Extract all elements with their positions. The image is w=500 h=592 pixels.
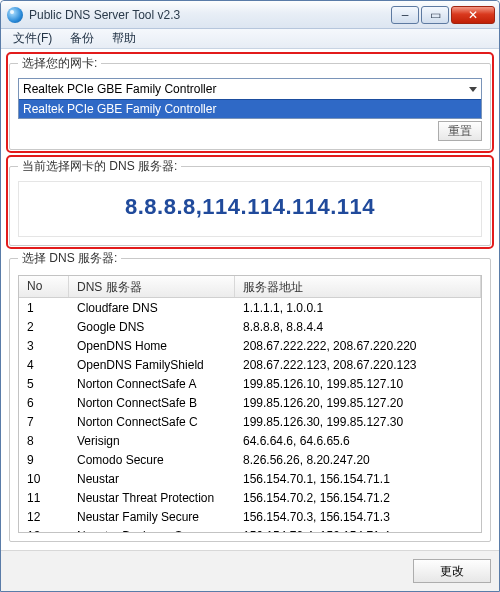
cell-no: 5 <box>19 377 69 391</box>
table-row[interactable]: 11Neustar Threat Protection156.154.70.2,… <box>19 488 481 507</box>
cell-addr: 156.154.70.3, 156.154.71.3 <box>235 510 481 524</box>
cell-name: Google DNS <box>69 320 235 334</box>
cell-addr: 199.85.126.10, 199.85.127.10 <box>235 377 481 391</box>
cell-no: 2 <box>19 320 69 334</box>
table-row[interactable]: 2Google DNS8.8.8.8, 8.8.4.4 <box>19 317 481 336</box>
table-row[interactable]: 5Norton ConnectSafe A199.85.126.10, 199.… <box>19 374 481 393</box>
table-row[interactable]: 10Neustar156.154.70.1, 156.154.71.1 <box>19 469 481 488</box>
window-buttons: – ▭ ✕ <box>391 6 495 24</box>
dns-listview: No DNS 服务器 服务器地址 1Cloudfare DNS1.1.1.1, … <box>18 275 482 533</box>
cell-addr: 8.8.8.8, 8.8.4.4 <box>235 320 481 334</box>
current-dns-group: 当前选择网卡的 DNS 服务器: 8.8.8.8,114.114.114.114 <box>9 158 491 246</box>
cell-name: Neustar Business Secure <box>69 529 235 533</box>
cell-addr: 208.67.222.123, 208.67.220.123 <box>235 358 481 372</box>
footer: 更改 <box>1 550 499 591</box>
content-area: 选择您的网卡: Realtek PCIe GBE Family Controll… <box>1 49 499 550</box>
cell-addr: 156.154.70.4, 156.154.71.4 <box>235 529 481 533</box>
cell-no: 6 <box>19 396 69 410</box>
listview-body[interactable]: 1Cloudfare DNS1.1.1.1, 1.0.0.12Google DN… <box>19 298 481 532</box>
cell-no: 12 <box>19 510 69 524</box>
cell-no: 3 <box>19 339 69 353</box>
cell-name: Norton ConnectSafe C <box>69 415 235 429</box>
cell-addr: 64.6.64.6, 64.6.65.6 <box>235 434 481 448</box>
chevron-down-icon <box>469 87 477 92</box>
cell-no: 8 <box>19 434 69 448</box>
cell-addr: 156.154.70.2, 156.154.71.2 <box>235 491 481 505</box>
menu-help[interactable]: 帮助 <box>104 29 144 48</box>
cell-addr: 208.67.222.222, 208.67.220.220 <box>235 339 481 353</box>
window-title: Public DNS Server Tool v2.3 <box>29 8 391 22</box>
header-no[interactable]: No <box>19 276 69 297</box>
maximize-button[interactable]: ▭ <box>421 6 449 24</box>
header-name[interactable]: DNS 服务器 <box>69 276 235 297</box>
table-row[interactable]: 3OpenDNS Home208.67.222.222, 208.67.220.… <box>19 336 481 355</box>
table-row[interactable]: 9Comodo Secure8.26.56.26, 8.20.247.20 <box>19 450 481 469</box>
cell-addr: 199.85.126.20, 199.85.127.20 <box>235 396 481 410</box>
nic-combobox-selected[interactable]: Realtek PCIe GBE Family Controller <box>19 79 481 99</box>
cell-no: 10 <box>19 472 69 486</box>
cell-no: 9 <box>19 453 69 467</box>
cell-addr: 1.1.1.1, 1.0.0.1 <box>235 301 481 315</box>
table-row[interactable]: 7Norton ConnectSafe C199.85.126.30, 199.… <box>19 412 481 431</box>
cell-no: 7 <box>19 415 69 429</box>
menu-file[interactable]: 文件(F) <box>5 29 60 48</box>
nic-combobox-option[interactable]: Realtek PCIe GBE Family Controller <box>19 99 481 118</box>
cell-addr: 8.26.56.26, 8.20.247.20 <box>235 453 481 467</box>
menubar: 文件(F) 备份 帮助 <box>1 29 499 49</box>
change-button[interactable]: 更改 <box>413 559 491 583</box>
cell-no: 4 <box>19 358 69 372</box>
cell-name: OpenDNS FamilyShield <box>69 358 235 372</box>
table-row[interactable]: 1Cloudfare DNS1.1.1.1, 1.0.0.1 <box>19 298 481 317</box>
cell-name: Norton ConnectSafe B <box>69 396 235 410</box>
titlebar[interactable]: Public DNS Server Tool v2.3 – ▭ ✕ <box>1 1 499 29</box>
cell-name: Norton ConnectSafe A <box>69 377 235 391</box>
cell-no: 11 <box>19 491 69 505</box>
cell-name: Cloudfare DNS <box>69 301 235 315</box>
reset-button[interactable]: 重置 <box>438 121 482 141</box>
nic-combobox[interactable]: Realtek PCIe GBE Family Controller Realt… <box>18 78 482 119</box>
close-button[interactable]: ✕ <box>451 6 495 24</box>
cell-no: 13 <box>19 529 69 533</box>
nic-group: 选择您的网卡: Realtek PCIe GBE Family Controll… <box>9 55 491 150</box>
dns-list-legend: 选择 DNS 服务器: <box>18 250 121 267</box>
cell-name: Neustar <box>69 472 235 486</box>
nic-legend: 选择您的网卡: <box>18 55 101 72</box>
cell-name: Comodo Secure <box>69 453 235 467</box>
current-dns-value: 8.8.8.8,114.114.114.114 <box>18 181 482 237</box>
cell-name: Neustar Threat Protection <box>69 491 235 505</box>
table-row[interactable]: 6Norton ConnectSafe B199.85.126.20, 199.… <box>19 393 481 412</box>
current-dns-legend: 当前选择网卡的 DNS 服务器: <box>18 158 181 175</box>
table-row[interactable]: 12Neustar Family Secure156.154.70.3, 156… <box>19 507 481 526</box>
dns-list-group: 选择 DNS 服务器: No DNS 服务器 服务器地址 1Cloudfare … <box>9 250 491 542</box>
cell-name: Verisign <box>69 434 235 448</box>
table-row[interactable]: 8Verisign64.6.64.6, 64.6.65.6 <box>19 431 481 450</box>
nic-selected-text: Realtek PCIe GBE Family Controller <box>23 82 216 96</box>
cell-no: 1 <box>19 301 69 315</box>
app-icon <box>7 7 23 23</box>
cell-addr: 199.85.126.30, 199.85.127.30 <box>235 415 481 429</box>
header-addr[interactable]: 服务器地址 <box>235 276 481 297</box>
menu-backup[interactable]: 备份 <box>62 29 102 48</box>
cell-name: OpenDNS Home <box>69 339 235 353</box>
app-window: Public DNS Server Tool v2.3 – ▭ ✕ 文件(F) … <box>0 0 500 592</box>
table-row[interactable]: 13Neustar Business Secure156.154.70.4, 1… <box>19 526 481 532</box>
cell-addr: 156.154.70.1, 156.154.71.1 <box>235 472 481 486</box>
listview-header: No DNS 服务器 服务器地址 <box>19 276 481 298</box>
cell-name: Neustar Family Secure <box>69 510 235 524</box>
table-row[interactable]: 4OpenDNS FamilyShield208.67.222.123, 208… <box>19 355 481 374</box>
minimize-button[interactable]: – <box>391 6 419 24</box>
